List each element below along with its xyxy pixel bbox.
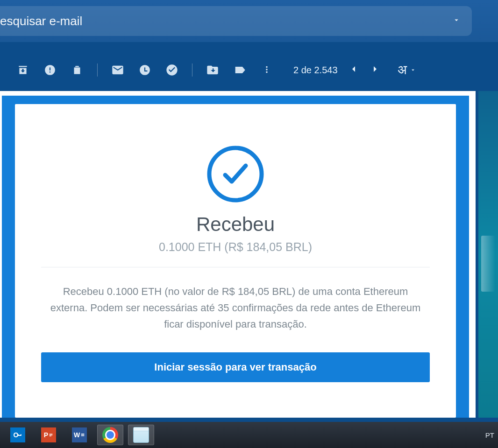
notepad-icon [133, 427, 149, 443]
prev-message-icon[interactable] [348, 63, 359, 77]
mark-unread-icon[interactable] [111, 63, 125, 77]
email-title: Recebeu [41, 213, 430, 236]
input-tools-button[interactable]: अ [398, 63, 416, 78]
mail-toolbar: 2 de 2.543 अ [0, 56, 498, 84]
archive-icon[interactable] [16, 63, 30, 77]
add-to-tasks-icon[interactable] [165, 63, 179, 77]
pager: 2 de 2.543 [293, 63, 381, 77]
powerpoint-icon: P [41, 427, 56, 442]
taskbar-app-word[interactable]: W [66, 425, 92, 445]
labels-icon[interactable] [233, 63, 247, 77]
input-tools-glyph: अ [398, 63, 407, 78]
email-brand-frame: Recebeu 0.1000 ETH (R$ 184,05 BRL) Receb… [2, 96, 469, 418]
toolbar-divider [97, 63, 98, 77]
divider [41, 267, 430, 267]
email-subtitle: 0.1000 ETH (R$ 184,05 BRL) [41, 240, 430, 254]
delete-icon[interactable] [70, 63, 84, 77]
powerpoint-glyph: P [44, 431, 48, 439]
chrome-icon [102, 427, 118, 443]
taskbar-app-notepad[interactable] [128, 425, 154, 445]
taskbar-app-chrome[interactable] [97, 425, 123, 445]
taskbar-language-indicator[interactable]: PT [485, 422, 494, 448]
desktop-background-sliver [478, 91, 498, 418]
outlook-icon: O [10, 427, 25, 442]
svg-rect-6 [81, 435, 85, 436]
more-icon[interactable] [260, 63, 274, 77]
toolbar-divider [192, 63, 192, 77]
snooze-icon[interactable] [138, 63, 152, 77]
search-options-caret-icon[interactable] [452, 16, 461, 26]
taskbar: O P W PT [0, 422, 498, 448]
move-to-icon[interactable] [206, 63, 220, 77]
svg-rect-2 [50, 435, 53, 435]
next-message-icon[interactable] [370, 63, 381, 77]
svg-rect-4 [81, 434, 85, 434]
view-transaction-button[interactable]: Iniciar sessão para ver transação [41, 352, 430, 382]
taskbar-app-outlook[interactable]: O [5, 425, 31, 445]
header [0, 0, 498, 42]
email-viewport: Recebeu 0.1000 ETH (R$ 184,05 BRL) Receb… [0, 91, 476, 418]
report-spam-icon[interactable] [43, 63, 57, 77]
search-input[interactable] [0, 14, 374, 28]
svg-rect-5 [81, 434, 85, 435]
pager-text: 2 de 2.543 [293, 65, 338, 76]
success-check-icon [206, 144, 265, 204]
email-card: Recebeu 0.1000 ETH (R$ 184,05 BRL) Receb… [15, 104, 456, 418]
search-bar[interactable] [0, 6, 472, 36]
svg-rect-1 [50, 434, 53, 434]
email-description: Recebeu 0.1000 ETH (no valor de R$ 184,0… [41, 283, 430, 333]
svg-point-0 [209, 148, 262, 200]
word-glyph: W [74, 431, 80, 439]
svg-rect-3 [50, 436, 51, 436]
word-icon: W [72, 427, 87, 442]
taskbar-app-powerpoint[interactable]: P [36, 425, 62, 445]
